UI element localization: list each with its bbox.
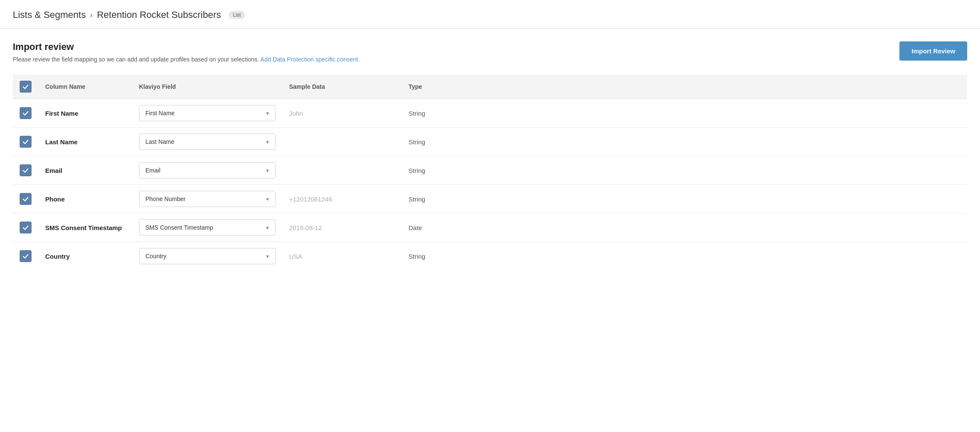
row-type: String bbox=[402, 185, 967, 213]
row-checkbox[interactable] bbox=[20, 222, 32, 234]
row-column-name: Last Name bbox=[38, 128, 132, 156]
row-sample-data bbox=[282, 128, 402, 156]
table-row: Country Country ▾ USAString bbox=[13, 242, 967, 271]
row-checkbox[interactable] bbox=[20, 136, 32, 148]
row-checkbox-cell bbox=[13, 99, 38, 128]
row-column-name: Email bbox=[38, 156, 132, 185]
header-klaviyo-field: Klaviyo Field bbox=[132, 75, 282, 99]
row-sample-data: 2019-08-12 bbox=[282, 213, 402, 242]
import-review-header: Import review Please review the field ma… bbox=[13, 41, 360, 63]
table-row: First Name First Name ▾ JohnString bbox=[13, 99, 967, 128]
klaviyo-field-dropdown[interactable]: Email ▾ bbox=[139, 162, 275, 178]
header-checkbox-cell bbox=[13, 75, 38, 99]
row-klaviyo-field: Country ▾ bbox=[132, 242, 282, 271]
klaviyo-field-dropdown[interactable]: Phone Number ▾ bbox=[139, 191, 275, 207]
row-klaviyo-field: Last Name ▾ bbox=[132, 128, 282, 156]
row-type: String bbox=[402, 128, 967, 156]
chevron-down-icon: ▾ bbox=[266, 225, 269, 231]
klaviyo-field-dropdown[interactable]: Country ▾ bbox=[139, 248, 275, 264]
import-review-title: Import review bbox=[13, 41, 360, 53]
klaviyo-field-dropdown[interactable]: SMS Consent Timestamp ▾ bbox=[139, 219, 275, 236]
chevron-down-icon: ▾ bbox=[266, 139, 269, 145]
row-checkbox[interactable] bbox=[20, 164, 32, 176]
dropdown-value: First Name bbox=[145, 110, 174, 117]
table-row: Email Email ▾ String bbox=[13, 156, 967, 185]
row-checkbox-cell bbox=[13, 213, 38, 242]
row-sample-data: John bbox=[282, 99, 402, 128]
table-row: Last Name Last Name ▾ String bbox=[13, 128, 967, 156]
import-review-desc-text: Please review the field mapping so we ca… bbox=[13, 56, 259, 63]
breadcrumb-parent[interactable]: Lists & Segments bbox=[13, 9, 86, 20]
row-column-name: SMS Consent Timestamp bbox=[38, 213, 132, 242]
row-type: String bbox=[402, 242, 967, 271]
klaviyo-field-dropdown[interactable]: Last Name ▾ bbox=[139, 134, 275, 150]
row-checkbox-cell bbox=[13, 156, 38, 185]
data-protection-link[interactable]: Add Data Protection specific consent. bbox=[261, 56, 360, 63]
dropdown-value: SMS Consent Timestamp bbox=[145, 224, 213, 231]
row-column-name: Country bbox=[38, 242, 132, 271]
breadcrumb-current: Retention Rocket Subscribers bbox=[97, 9, 221, 20]
header-sample-data: Sample Data bbox=[282, 75, 402, 99]
header-column-name: Column Name bbox=[38, 75, 132, 99]
header-checkbox[interactable] bbox=[20, 81, 32, 93]
row-type: Date bbox=[402, 213, 967, 242]
dropdown-value: Last Name bbox=[145, 138, 174, 145]
dropdown-value: Phone Number bbox=[145, 196, 186, 202]
row-checkbox[interactable] bbox=[20, 107, 32, 119]
table-row: Phone Phone Number ▾ +12012061246String bbox=[13, 185, 967, 213]
row-klaviyo-field: SMS Consent Timestamp ▾ bbox=[132, 213, 282, 242]
dropdown-value: Email bbox=[145, 167, 160, 174]
row-checkbox-cell bbox=[13, 242, 38, 271]
chevron-down-icon: ▾ bbox=[266, 110, 269, 117]
chevron-down-icon: ▾ bbox=[266, 167, 269, 174]
row-checkbox-cell bbox=[13, 128, 38, 156]
breadcrumb: Lists & Segments › Retention Rocket Subs… bbox=[0, 0, 980, 29]
row-klaviyo-field: First Name ▾ bbox=[132, 99, 282, 128]
klaviyo-field-dropdown[interactable]: First Name ▾ bbox=[139, 105, 275, 121]
breadcrumb-arrow-icon: › bbox=[90, 11, 93, 20]
import-review-button[interactable]: Import Review bbox=[899, 41, 967, 61]
row-checkbox[interactable] bbox=[20, 193, 32, 205]
row-checkbox[interactable] bbox=[20, 250, 32, 262]
import-review-description: Please review the field mapping so we ca… bbox=[13, 56, 360, 63]
header-type: Type bbox=[402, 75, 967, 99]
table-row: SMS Consent Timestamp SMS Consent Timest… bbox=[13, 213, 967, 242]
row-klaviyo-field: Email ▾ bbox=[132, 156, 282, 185]
main-content: Import review Please review the field ma… bbox=[0, 29, 980, 283]
header-row: Import review Please review the field ma… bbox=[13, 41, 967, 63]
row-type: String bbox=[402, 156, 967, 185]
chevron-down-icon: ▾ bbox=[266, 196, 269, 202]
row-klaviyo-field: Phone Number ▾ bbox=[132, 185, 282, 213]
row-sample-data: USA bbox=[282, 242, 402, 271]
row-column-name: Phone bbox=[38, 185, 132, 213]
row-type: String bbox=[402, 99, 967, 128]
dropdown-value: Country bbox=[145, 253, 166, 260]
table-header-row: Column Name Klaviyo Field Sample Data Ty… bbox=[13, 75, 967, 99]
row-column-name: First Name bbox=[38, 99, 132, 128]
field-mapping-table: Column Name Klaviyo Field Sample Data Ty… bbox=[13, 75, 967, 270]
chevron-down-icon: ▾ bbox=[266, 253, 269, 260]
row-checkbox-cell bbox=[13, 185, 38, 213]
row-sample-data: +12012061246 bbox=[282, 185, 402, 213]
row-sample-data bbox=[282, 156, 402, 185]
list-badge: List bbox=[229, 11, 245, 19]
